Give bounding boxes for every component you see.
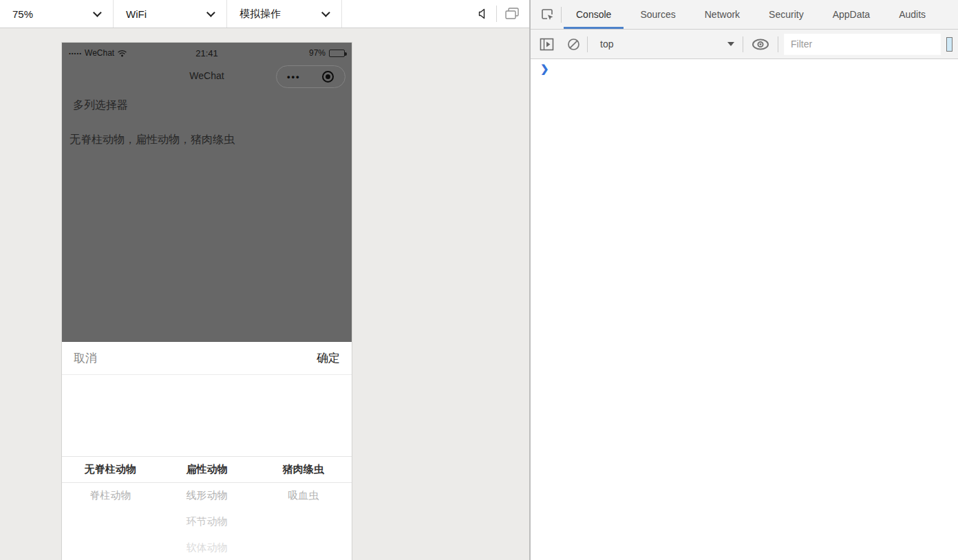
- simulate-action-value: 模拟操作: [240, 8, 281, 21]
- chevron-down-icon: [206, 8, 215, 17]
- clear-console-icon[interactable]: [567, 38, 580, 51]
- zoom-select-value: 75%: [12, 8, 33, 20]
- phone-screen: ••••• WeChat 21:41 97% WeChat ••: [62, 43, 352, 560]
- devtools-tab-bar: ConsoleSourcesNetworkSecurityAppDataAudi…: [531, 0, 958, 30]
- picker-column-1: 无脊柱动物脊柱动物: [62, 456, 158, 560]
- picker-option[interactable]: 吸血虫: [255, 482, 352, 508]
- more-menu-icon[interactable]: •••: [277, 72, 311, 82]
- devtools-tab-strip: ConsoleSourcesNetworkSecurityAppDataAudi…: [562, 0, 940, 29]
- picker-column-3: 猪肉绦虫吸血虫: [255, 456, 352, 560]
- tab-audits[interactable]: Audits: [884, 0, 940, 29]
- picker-option[interactable]: 无脊柱动物: [62, 456, 158, 482]
- console-sidebar-toggle-icon[interactable]: [540, 38, 554, 51]
- chevron-down-icon: [93, 8, 102, 17]
- picker-panel: 取消 确定 无脊柱动物脊柱动物扁性动物线形动物环节动物软体动物猪肉绦虫吸血虫: [62, 342, 352, 560]
- battery-icon: [329, 50, 345, 57]
- sound-icon[interactable]: [476, 8, 489, 20]
- status-left: ••••• WeChat: [69, 48, 165, 58]
- simulator-pane: 75% WiFi 模拟操作: [0, 0, 529, 560]
- picker-option[interactable]: 环节动物: [158, 508, 255, 535]
- toolbar-divider: [496, 6, 497, 22]
- tab-network[interactable]: Network: [690, 0, 754, 29]
- picker-option[interactable]: 软体动物: [158, 535, 255, 560]
- simulator-toolbar: 75% WiFi 模拟操作: [0, 0, 529, 28]
- battery-percent: 97%: [309, 48, 326, 58]
- live-expression-eye-icon[interactable]: [752, 39, 769, 50]
- console-output-area[interactable]: ❯: [531, 59, 958, 560]
- home-icon: [322, 71, 334, 83]
- picker-demo-heading: 多列选择器: [73, 98, 128, 113]
- tab-sources[interactable]: Sources: [626, 0, 690, 29]
- console-toolbar: top: [531, 30, 958, 59]
- wifi-icon: [117, 50, 127, 57]
- console-toolbar-divider: [743, 36, 743, 52]
- tab-security[interactable]: Security: [754, 0, 818, 29]
- execution-context-value: top: [600, 39, 613, 50]
- nav-bar: WeChat •••: [62, 63, 352, 92]
- picker-option[interactable]: 线形动物: [158, 482, 255, 508]
- cancel-button[interactable]: 取消: [74, 350, 97, 366]
- float-window-icon[interactable]: [504, 7, 520, 21]
- dimmed-page-overlay[interactable]: ••••• WeChat 21:41 97% WeChat ••: [62, 43, 352, 342]
- carrier-label: WeChat: [85, 48, 114, 58]
- network-select[interactable]: WiFi: [114, 0, 227, 28]
- status-bar: ••••• WeChat 21:41 97%: [62, 43, 352, 63]
- console-prompt-icon[interactable]: ❯: [540, 63, 549, 75]
- console-toolbar-divider: [778, 36, 778, 52]
- picker-option[interactable]: 猪肉绦虫: [255, 456, 352, 482]
- picker-selected-value[interactable]: 无脊柱动物，扁性动物，猪肉绦虫: [70, 133, 235, 147]
- toolbar-right-group: [342, 0, 529, 28]
- home-button[interactable]: [311, 71, 345, 83]
- network-select-value: WiFi: [126, 8, 147, 20]
- status-right: 97%: [248, 48, 345, 58]
- simulate-action-select[interactable]: 模拟操作: [227, 0, 342, 28]
- dropdown-arrow-icon: [727, 42, 734, 46]
- picker-wheel: 无脊柱动物脊柱动物扁性动物线形动物环节动物软体动物猪肉绦虫吸血虫: [62, 456, 352, 560]
- picker-option[interactable]: 扁性动物: [158, 456, 255, 482]
- execution-context-select[interactable]: top: [588, 30, 743, 58]
- picker-header: 取消 确定: [62, 342, 352, 375]
- picker-option[interactable]: 脊柱动物: [62, 482, 158, 508]
- tab-appdata[interactable]: AppData: [818, 0, 884, 29]
- log-level-select-clipped[interactable]: [946, 37, 952, 52]
- devtools-panel: ConsoleSourcesNetworkSecurityAppDataAudi…: [529, 0, 958, 560]
- confirm-button[interactable]: 确定: [317, 350, 340, 366]
- signal-dots-icon: •••••: [69, 50, 82, 56]
- zoom-select[interactable]: 75%: [0, 0, 114, 28]
- status-time: 21:41: [165, 48, 248, 58]
- filter-input[interactable]: [784, 34, 941, 55]
- capsule-menu: •••: [276, 65, 345, 88]
- inspect-element-icon[interactable]: [540, 8, 555, 22]
- picker-column-2: 扁性动物线形动物环节动物软体动物: [158, 456, 255, 560]
- tab-console[interactable]: Console: [562, 0, 626, 29]
- chevron-down-icon: [321, 8, 330, 17]
